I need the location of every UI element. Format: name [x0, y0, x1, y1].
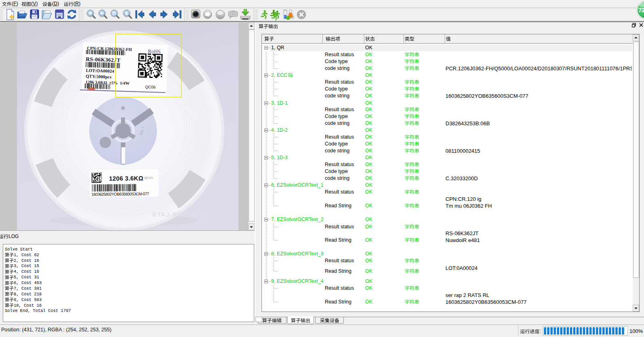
svg-text:1: 1 — [125, 11, 128, 16]
svg-text:QC06: QC06 — [145, 84, 156, 89]
svg-text:RoHS: RoHS — [148, 48, 161, 55]
svg-text:LOT:OA00024: LOT:OA00024 — [86, 67, 115, 73]
svg-text:QTY:5000pcs: QTY:5000pcs — [86, 74, 112, 79]
svg-text:QC121: QC121 — [144, 176, 153, 179]
svg-text:72: 72 — [638, 6, 644, 13]
svg-text:1603625802YOB635600S3CM-077: 1603625802YOB635600S3CM-077 — [91, 192, 149, 196]
svg-text:1206 3.6KΩ: 1206 3.6KΩ — [109, 175, 143, 182]
svg-text:ETAJ-RRM 08 B: ETAJ-RRM 08 B — [153, 211, 206, 218]
